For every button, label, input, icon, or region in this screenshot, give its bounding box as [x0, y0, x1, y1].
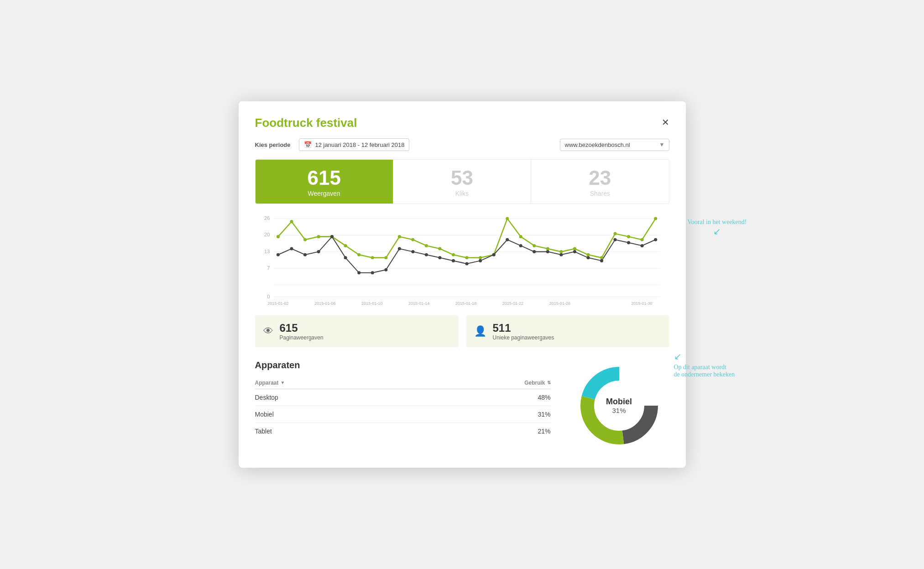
svg-text:26: 26	[264, 215, 269, 221]
svg-point-30	[424, 244, 428, 247]
donut-label: Mobiel	[606, 397, 632, 407]
period-value: 12 januari 2018 - 12 februari 2018	[315, 141, 405, 148]
svg-text:2015-01-30: 2015-01-30	[631, 301, 652, 306]
svg-point-45	[627, 235, 630, 238]
svg-text:2015-01-02: 2015-01-02	[267, 301, 288, 306]
svg-point-73	[613, 238, 616, 241]
modal-header: Foodtruck festival ✕	[255, 116, 669, 130]
summary-row: 👁 615 Paginaweergaven 👤 511 Unieke pagin…	[255, 315, 669, 347]
svg-point-59	[424, 253, 428, 256]
svg-point-57	[397, 247, 401, 251]
svg-point-53	[344, 256, 347, 259]
svg-point-71	[586, 256, 590, 259]
svg-point-60	[438, 256, 441, 259]
svg-point-43	[600, 256, 603, 259]
svg-point-56	[384, 268, 387, 271]
col-apparaat-header[interactable]: Apparaat ▼	[255, 380, 285, 386]
donut-pct: 31%	[606, 407, 632, 414]
period-label: Kies periode	[255, 141, 291, 148]
controls-row: Kies periode 📅 12 januari 2018 - 12 febr…	[255, 138, 669, 151]
annotation-right: ↙ Op dit aparaat wordtde ondernemer beke…	[674, 351, 774, 378]
svg-point-49	[290, 247, 293, 251]
stats-row: 615 Weergaven 53 Kliks 23 Shares	[255, 159, 669, 204]
stat-shares-label: Shares	[536, 190, 664, 197]
svg-point-54	[357, 271, 360, 274]
summary-unique: 👤 511 Unieke paginaweergaves	[466, 315, 669, 347]
col-gebruik-header[interactable]: Gebruik ⇅	[524, 380, 550, 386]
domain-select[interactable]: www.bezoekdenbosch.nl	[560, 139, 669, 151]
svg-point-21	[303, 238, 307, 241]
table-row: Desktop 48%	[255, 389, 551, 406]
pageviews-count: 615	[280, 322, 324, 334]
close-button[interactable]: ✕	[662, 117, 669, 128]
svg-point-40	[559, 250, 563, 253]
svg-point-38	[532, 244, 536, 247]
svg-point-62	[465, 262, 468, 266]
svg-point-41	[573, 247, 576, 251]
unique-desc: Unieke paginaweergaves	[493, 334, 554, 341]
svg-point-25	[357, 253, 360, 256]
svg-text:2015-01-26: 2015-01-26	[549, 301, 570, 306]
modal-title: Foodtruck festival	[255, 116, 357, 130]
apparaten-section: Apparaten Apparaat ▼ Gebruik ⇅ Desktop 4…	[255, 360, 551, 439]
pageviews-desc: Paginaweergaven	[280, 334, 324, 341]
col-gebruik-label: Gebruik	[524, 380, 545, 386]
svg-point-27	[384, 256, 387, 259]
svg-point-50	[303, 253, 307, 256]
svg-point-70	[573, 250, 576, 253]
svg-point-61	[451, 259, 454, 262]
annotation-weekend: Vooral in het weekend! ↙	[674, 219, 761, 237]
svg-text:2015-01-14: 2015-01-14	[408, 301, 429, 306]
stat-weergaven[interactable]: 615 Weergaven	[256, 160, 393, 204]
svg-point-36	[506, 217, 509, 220]
unique-count: 511	[493, 322, 554, 334]
svg-point-58	[411, 250, 414, 253]
svg-point-72	[600, 259, 603, 262]
svg-point-67	[532, 250, 536, 253]
bottom-section: Apparaten Apparaat ▼ Gebruik ⇅ Desktop 4…	[255, 360, 669, 451]
stat-shares-value: 23	[536, 168, 664, 188]
device-tablet: Tablet	[255, 428, 272, 435]
svg-point-76	[654, 238, 657, 241]
svg-text:13: 13	[264, 249, 269, 254]
donut-center: Mobiel 31%	[606, 397, 632, 414]
svg-point-39	[546, 247, 549, 251]
svg-text:2015-01-10: 2015-01-10	[361, 301, 382, 306]
donut-section: ↙ Op dit aparaat wordtde ondernemer beke…	[569, 360, 669, 451]
chart-area: Vooral in het weekend! ↙ 26 20 13 7 0 20…	[255, 214, 669, 306]
svg-text:7: 7	[267, 265, 270, 271]
svg-text:2015-01-22: 2015-01-22	[502, 301, 523, 306]
svg-point-37	[519, 235, 522, 238]
stat-kliks[interactable]: 53 Kliks	[393, 160, 531, 204]
donut-chart: Mobiel 31%	[574, 360, 665, 451]
svg-point-63	[479, 259, 482, 262]
usage-tablet: 21%	[538, 428, 550, 435]
stat-kliks-value: 53	[398, 168, 526, 188]
svg-point-66	[519, 244, 522, 247]
svg-point-68	[546, 250, 549, 253]
table-header: Apparaat ▼ Gebruik ⇅	[255, 377, 551, 389]
modal: Foodtruck festival ✕ Kies periode 📅 12 j…	[239, 101, 686, 468]
svg-point-55	[371, 271, 374, 274]
svg-point-33	[465, 256, 468, 259]
eye-icon: 👁	[263, 325, 273, 337]
svg-point-31	[438, 247, 441, 251]
calendar-icon: 📅	[304, 141, 312, 148]
svg-point-47	[654, 217, 657, 220]
stat-weergaven-label: Weergaven	[260, 190, 388, 197]
svg-point-64	[492, 253, 495, 256]
svg-point-75	[640, 244, 643, 247]
svg-point-24	[344, 244, 347, 247]
period-input[interactable]: 📅 12 januari 2018 - 12 februari 2018	[299, 138, 410, 151]
svg-point-69	[559, 253, 563, 256]
usage-mobiel: 31%	[538, 411, 550, 418]
svg-point-34	[479, 256, 482, 259]
summary-pageviews: 👁 615 Paginaweergaven	[255, 315, 459, 347]
device-desktop: Desktop	[255, 394, 278, 401]
device-mobiel: Mobiel	[255, 411, 274, 418]
stat-shares[interactable]: 23 Shares	[531, 160, 668, 204]
stat-kliks-label: Kliks	[398, 190, 526, 197]
col-apparaat-label: Apparaat	[255, 380, 279, 386]
svg-text:20: 20	[264, 232, 269, 238]
svg-point-46	[640, 238, 643, 241]
